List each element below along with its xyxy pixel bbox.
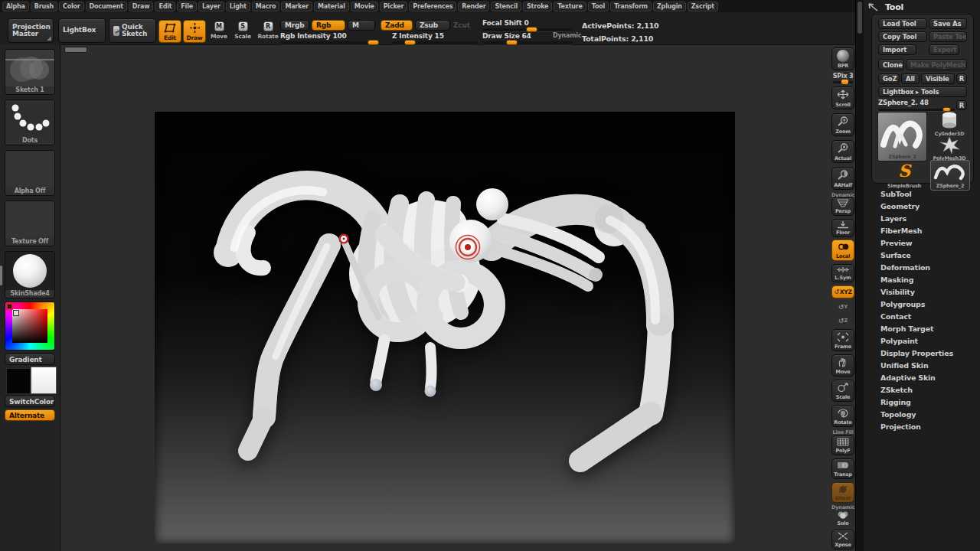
mrgb-button[interactable]: Mrgb xyxy=(280,20,309,31)
polymesh3d-tool[interactable]: PolyMesh3D xyxy=(932,137,967,161)
secondary-color-swatch[interactable] xyxy=(31,367,57,394)
draw-size-thumb[interactable] xyxy=(506,40,518,45)
zsphere2-tool[interactable]: ZSphere_2 xyxy=(930,160,970,191)
spix-slider-thumb[interactable] xyxy=(841,80,848,84)
menu-tool[interactable]: Tool xyxy=(588,2,609,11)
scale-canvas-button[interactable]: Scale xyxy=(831,380,854,402)
zsphere-node-indicator[interactable] xyxy=(340,235,348,243)
section-display-properties[interactable]: Display Properties xyxy=(864,347,980,360)
stroke-picker[interactable]: Dots xyxy=(5,99,55,145)
floor-button[interactable]: Floor xyxy=(831,219,854,237)
bpr-render-button[interactable]: BPR xyxy=(831,47,854,70)
section-preview[interactable]: Preview xyxy=(864,237,980,249)
tool-name-slider[interactable]: ZSphere_2. 48 xyxy=(878,99,955,106)
section-visibility[interactable]: Visibility xyxy=(864,286,980,298)
spin-z-button[interactable]: ↺Z xyxy=(831,315,854,327)
menu-zscript[interactable]: Zscript xyxy=(688,2,718,11)
section-morph-target[interactable]: Morph Target xyxy=(864,323,980,335)
main-color-swatch[interactable] xyxy=(6,368,31,394)
section-surface[interactable]: Surface xyxy=(864,249,980,262)
zoom-button[interactable]: Zoom xyxy=(831,113,854,136)
color-picker[interactable] xyxy=(5,302,55,350)
rgb-intensity-thumb[interactable] xyxy=(368,40,379,45)
texture-picker[interactable]: Texture Off xyxy=(5,201,55,246)
scale-mode-button[interactable]: S Scale xyxy=(232,21,253,40)
menu-transform[interactable]: Transform xyxy=(610,2,652,11)
spin-y-button[interactable]: ↺Y xyxy=(831,301,854,313)
local-button[interactable]: Local xyxy=(831,240,854,261)
menu-render[interactable]: Render xyxy=(458,2,489,11)
menu-edit[interactable]: Edit xyxy=(155,2,175,11)
section-masking[interactable]: Masking xyxy=(864,274,980,286)
section-unified-skin[interactable]: Unified Skin xyxy=(864,360,980,372)
goz-visible-button[interactable]: Visible xyxy=(921,73,955,84)
dynamic-draw-size-toggle[interactable]: Dynamic xyxy=(553,32,581,39)
lightbox-button[interactable]: LightBox xyxy=(58,18,106,43)
rotate-mode-button[interactable]: R Rotate xyxy=(257,21,279,40)
menu-picker[interactable]: Picker xyxy=(380,2,408,11)
menu-alpha[interactable]: Alpha xyxy=(2,2,29,11)
zcut-button[interactable]: Zcut xyxy=(453,21,470,29)
menu-preferences[interactable]: Preferences xyxy=(409,2,456,11)
alpha-picker[interactable]: Alpha Off xyxy=(5,150,55,196)
material-picker[interactable]: SkinShade4 xyxy=(5,251,55,298)
document-canvas[interactable] xyxy=(155,112,735,543)
move-mode-button[interactable]: M Move xyxy=(208,21,230,40)
switch-color-button[interactable]: SwitchColor xyxy=(5,396,55,407)
paste-tool-button[interactable]: Paste Tool xyxy=(929,31,967,42)
menu-document[interactable]: Document xyxy=(86,2,127,11)
menu-color[interactable]: Color xyxy=(59,2,84,11)
save-as-button[interactable]: Save As xyxy=(929,18,967,29)
edit-mode-button[interactable]: Edit xyxy=(158,20,181,43)
scroll-button[interactable]: Scroll xyxy=(831,86,854,109)
z-intensity-thumb[interactable] xyxy=(404,40,416,45)
zsub-button[interactable]: Zsub xyxy=(415,20,450,31)
copy-tool-button[interactable]: Copy Tool xyxy=(878,31,927,42)
polyframe-button[interactable]: PolyF xyxy=(831,435,854,455)
projection-master-button[interactable]: Projection Master xyxy=(8,18,54,43)
section-deformation[interactable]: Deformation xyxy=(864,262,980,274)
sv-square[interactable] xyxy=(12,309,47,343)
quick-sketch-button[interactable]: Quick Sketch xyxy=(109,18,156,43)
menu-file[interactable]: File xyxy=(177,2,197,11)
section-adaptive-skin[interactable]: Adaptive Skin xyxy=(864,372,980,384)
section-projection[interactable]: Projection xyxy=(864,421,980,433)
clone-button[interactable]: Clone xyxy=(878,59,904,70)
menu-movie[interactable]: Movie xyxy=(351,2,378,11)
focal-shift-thumb[interactable] xyxy=(526,27,537,32)
section-fibermesh[interactable]: FiberMesh xyxy=(864,225,980,237)
menu-macro[interactable]: Macro xyxy=(252,2,280,11)
xyz-symmetry-button[interactable]: ↺ XYZ xyxy=(831,285,854,298)
transparency-button[interactable]: Transp xyxy=(831,458,854,479)
frame-button[interactable]: Frame xyxy=(831,329,854,351)
gradient-button[interactable]: Gradient xyxy=(5,354,55,365)
m-button[interactable]: M xyxy=(348,20,375,31)
import-button[interactable]: Import xyxy=(878,44,916,55)
menu-draw[interactable]: Draw xyxy=(129,2,154,11)
zsphere-creature[interactable] xyxy=(155,112,735,543)
tray-scrollbar[interactable] xyxy=(0,266,2,285)
goz-button[interactable]: GoZ xyxy=(878,73,900,84)
alternate-button[interactable]: Alternate xyxy=(5,409,55,421)
aa-half-button[interactable]: AAHalf xyxy=(831,167,854,190)
tool-slider-r-button[interactable]: R xyxy=(956,100,967,110)
lightbox-tools-button[interactable]: Lightbox ▸ Tools xyxy=(878,86,967,97)
section-polygroups[interactable]: Polygroups xyxy=(864,298,980,311)
section-contact[interactable]: Contact xyxy=(864,311,980,323)
tool-palette-title[interactable]: Tool xyxy=(885,2,903,12)
goz-r-button[interactable]: R xyxy=(956,73,967,84)
document-thumbnail[interactable]: Sketch 1 xyxy=(5,49,55,95)
cylinder3d-tool[interactable]: Cylinder3D xyxy=(932,111,967,137)
solo-button[interactable]: Solo xyxy=(831,510,854,527)
ghost-button[interactable]: Ghost xyxy=(831,482,854,503)
section-polypaint[interactable]: Polypaint xyxy=(864,335,980,347)
menu-layer[interactable]: Layer xyxy=(198,2,224,11)
menu-light[interactable]: Light xyxy=(226,2,250,11)
section-zsketch[interactable]: ZSketch xyxy=(864,384,980,396)
active-tool-thumbnail[interactable]: ZSphere_2 xyxy=(877,112,927,161)
menu-zplugin[interactable]: Zplugin xyxy=(653,2,686,11)
move-canvas-button[interactable]: Move xyxy=(831,354,854,377)
menu-texture[interactable]: Texture xyxy=(554,2,586,11)
menu-brush[interactable]: Brush xyxy=(31,2,57,11)
menu-stroke[interactable]: Stroke xyxy=(523,2,552,11)
